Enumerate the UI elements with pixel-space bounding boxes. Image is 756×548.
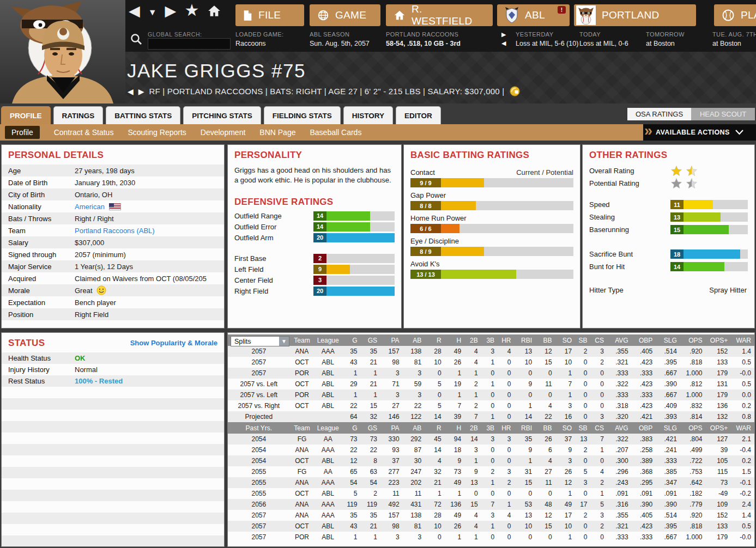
tab-profile[interactable]: PROFILE <box>1 106 51 124</box>
forward-icon[interactable]: ▶ <box>165 2 177 20</box>
stats-row[interactable]: 2057ANAAAA3535157138284943413121723.355.… <box>228 510 754 521</box>
stats-cell: -0.1 <box>731 477 754 488</box>
stats-row[interactable]: 2057 vs. LeftPORABL11330110000100.333.33… <box>228 389 754 400</box>
stats-cell: 28 <box>425 346 445 357</box>
alert-badge[interactable]: ! <box>558 6 566 14</box>
stats-cell: .499 <box>680 445 706 455</box>
batting-ratings-title: BASIC BATTING RATINGS <box>404 145 580 165</box>
rating-bar: 14 <box>670 262 748 271</box>
head-scout-button[interactable]: HEAD SCOUT <box>691 108 755 120</box>
stats-cell: 179 <box>706 532 731 543</box>
next-player-icon[interactable]: ▶ <box>138 87 144 96</box>
chevron-down-icon[interactable]: ▼ <box>148 8 157 17</box>
stats-cell: 43 <box>342 521 361 532</box>
stats-row[interactable]: 2057PORABL11330110000100.333.333.6671.00… <box>228 368 754 379</box>
stats-cell: 35 <box>342 346 361 357</box>
subtab-development[interactable]: Development <box>201 128 246 137</box>
stats-row[interactable]: 2057OCTABL43219881102641010151002.321.42… <box>228 357 754 368</box>
empty-row <box>2 455 224 467</box>
stats-cell: 73 <box>361 434 381 445</box>
stats-panel: Splits ▼ TeamLeagueGGSPAABRH2B3BHRRBIBBS… <box>227 332 755 547</box>
stats-cell: 2 <box>481 466 498 477</box>
season-date: Sun. Aug. 5th, 2057 <box>310 40 370 47</box>
stats-cell: 9 <box>555 445 576 455</box>
stats-cell: 2 <box>591 357 607 368</box>
file-menu-button[interactable]: FILE <box>235 4 304 26</box>
stats-cell: 138 <box>403 346 425 357</box>
show-popularity-link[interactable]: Show Popularity & Morale <box>130 339 217 347</box>
tab-fielding-stats[interactable]: FIELDING STATS <box>264 106 341 124</box>
helmet-icon[interactable] <box>509 86 521 97</box>
osa-ratings-button[interactable]: OSA RATINGS <box>627 108 691 120</box>
stats-row[interactable]: 2054OCTABL12837304910014300.300.389.333.… <box>228 455 754 466</box>
next-game-arrow-icon[interactable]: ▶ <box>501 31 506 38</box>
subtab-profile[interactable]: Profile <box>5 126 40 139</box>
subtab-bnn-page[interactable]: BNN Page <box>259 128 295 137</box>
tab-editor[interactable]: EDITOR <box>396 106 441 124</box>
baseball-icon <box>722 9 735 22</box>
stats-cell: 2057 <box>228 368 290 379</box>
batting-rating-home-run-power: 6 / 6 <box>410 224 573 233</box>
stats-cell: 12 <box>342 455 361 466</box>
splits-dropdown[interactable]: Splits ▼ <box>231 336 289 346</box>
tab-history[interactable]: HISTORY <box>343 106 393 124</box>
available-actions[interactable]: » AVAILABLE ACTIONS <box>643 124 756 141</box>
stats-row[interactable]: 2057ANAAAA3535157138284943413121723.355.… <box>228 346 754 357</box>
subtab-scouting-reports[interactable]: Scouting Reports <box>128 128 186 137</box>
game-menu-button[interactable]: GAME <box>310 4 380 26</box>
tab-pitching-stats[interactable]: PITCHING STATS <box>183 106 261 124</box>
stats-header-cell: OPS+ <box>706 334 731 346</box>
manager-home-button[interactable]: R. WESTFIELD <box>386 4 493 26</box>
stats-cell: 10 <box>515 357 536 368</box>
stats-cell: 1 <box>464 532 481 543</box>
stats-row[interactable]: 2054ANAAAA22229387141830096921.207.258.2… <box>228 445 754 455</box>
stats-cell: ABL <box>314 532 342 543</box>
stats-row[interactable]: 2056ANAAAA119119492431721361571534849175… <box>228 499 754 510</box>
stats-row[interactable]: 2055OCTABL5211111100000101.091.091.091.1… <box>228 488 754 499</box>
rating-bar: 13 <box>670 212 748 222</box>
detail-value: Portland Raccoons (ABL) <box>75 227 155 235</box>
detail-link[interactable]: Portland Raccoons (ABL) <box>75 227 155 235</box>
rating-label: Left Field <box>234 265 313 273</box>
main-tabs-row: PROFILERATINGSBATTING STATSPITCHING STAT… <box>0 103 756 124</box>
stats-cell: 0 <box>498 411 514 422</box>
stats-row[interactable]: 2055FGAA6563277247327392331272654.296.36… <box>228 466 754 477</box>
league-menu-button[interactable]: ABL ! <box>497 4 570 26</box>
favorite-star-icon[interactable]: ★ <box>184 1 199 20</box>
stats-cell: 152 <box>706 346 731 357</box>
subtab-contract-status[interactable]: Contract & Status <box>54 128 114 137</box>
stats-row[interactable]: 2057PORABL11330110000100.333.333.6671.00… <box>228 532 754 543</box>
rating-bar: 6 / 6 <box>410 224 573 233</box>
prev-player-icon[interactable]: ◀ <box>128 87 134 96</box>
stats-cell: 0 <box>498 357 514 368</box>
stats-cell: .920 <box>680 510 706 521</box>
next-date-label: TUE. AUG. 7TH <box>712 31 756 38</box>
play-menu-button[interactable]: PLAY <box>714 4 756 26</box>
tab-batting-stats[interactable]: BATTING STATS <box>106 106 180 124</box>
stats-header-cell: SO <box>555 422 576 434</box>
stats-row[interactable]: 2054FGAA737333029245941433352637137.322.… <box>228 434 754 445</box>
team-menu-button[interactable]: PORTLAND <box>574 4 696 26</box>
empty-row <box>2 513 224 524</box>
stats-row[interactable]: 2055ANAAAA54542232022149131215111232.243… <box>228 477 754 488</box>
tab-ratings[interactable]: RATINGS <box>53 106 104 124</box>
back-icon[interactable]: ◀ <box>129 2 140 20</box>
home-icon[interactable] <box>207 4 221 18</box>
prev-game-arrow-icon[interactable]: ◀ <box>501 40 506 47</box>
stats-row[interactable]: Projected6432146122143971014221603.320.4… <box>228 411 754 422</box>
global-search-input[interactable] <box>148 38 231 50</box>
stats-row[interactable]: 2057OCTABL43219881102641010151002.321.42… <box>228 521 754 532</box>
stats-cell: 10 <box>515 521 536 532</box>
detail-link[interactable]: American <box>75 203 105 211</box>
stats-row[interactable]: 2057 vs. RightOCTABL221527225720014300.3… <box>228 400 754 411</box>
stats-cell: 0.2 <box>731 400 754 411</box>
next-opponent: at Boston <box>712 40 741 47</box>
stats-cell: 0 <box>498 379 514 389</box>
stats-header-cell: H <box>445 334 465 346</box>
subtab-baseball-cards[interactable]: Baseball Cards <box>310 128 361 137</box>
stats-cell: 39 <box>706 445 731 455</box>
stats-cell: 54 <box>361 477 381 488</box>
stats-row[interactable]: 2057 vs. LeftOCTABL29217159519210911700.… <box>228 379 754 389</box>
stats-cell: 0 <box>425 389 445 400</box>
detail-row-age: Age27 years, 198 days <box>2 165 224 176</box>
